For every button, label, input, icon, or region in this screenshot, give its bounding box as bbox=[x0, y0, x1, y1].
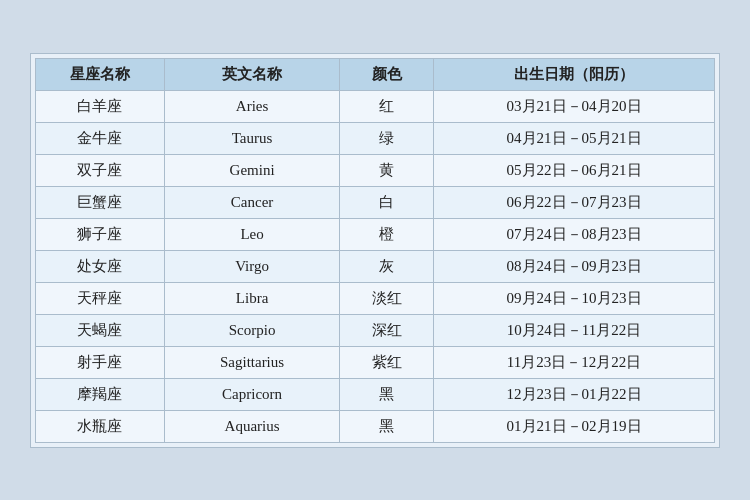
cell-date: 08月24日－09月23日 bbox=[434, 250, 715, 282]
cell-zh: 双子座 bbox=[36, 154, 165, 186]
table-row: 摩羯座Capricorn黑12月23日－01月22日 bbox=[36, 378, 715, 410]
cell-color: 深红 bbox=[340, 314, 434, 346]
cell-date: 07月24日－08月23日 bbox=[434, 218, 715, 250]
table-row: 天秤座Libra淡红09月24日－10月23日 bbox=[36, 282, 715, 314]
table-row: 双子座Gemini黄05月22日－06月21日 bbox=[36, 154, 715, 186]
table-header-row: 星座名称 英文名称 颜色 出生日期（阳历） bbox=[36, 58, 715, 90]
cell-zh: 巨蟹座 bbox=[36, 186, 165, 218]
cell-color: 黑 bbox=[340, 410, 434, 442]
cell-en: Aries bbox=[164, 90, 340, 122]
header-date: 出生日期（阳历） bbox=[434, 58, 715, 90]
header-en: 英文名称 bbox=[164, 58, 340, 90]
cell-date: 09月24日－10月23日 bbox=[434, 282, 715, 314]
header-zh: 星座名称 bbox=[36, 58, 165, 90]
header-color: 颜色 bbox=[340, 58, 434, 90]
table-row: 天蝎座Scorpio深红10月24日－11月22日 bbox=[36, 314, 715, 346]
cell-en: Capricorn bbox=[164, 378, 340, 410]
table-row: 处女座Virgo灰08月24日－09月23日 bbox=[36, 250, 715, 282]
table-row: 狮子座Leo橙07月24日－08月23日 bbox=[36, 218, 715, 250]
cell-color: 绿 bbox=[340, 122, 434, 154]
cell-color: 淡红 bbox=[340, 282, 434, 314]
cell-en: Leo bbox=[164, 218, 340, 250]
table-row: 水瓶座Aquarius黑01月21日－02月19日 bbox=[36, 410, 715, 442]
cell-zh: 白羊座 bbox=[36, 90, 165, 122]
zodiac-table: 星座名称 英文名称 颜色 出生日期（阳历） 白羊座Aries红03月21日－04… bbox=[35, 58, 715, 443]
cell-date: 05月22日－06月21日 bbox=[434, 154, 715, 186]
cell-date: 12月23日－01月22日 bbox=[434, 378, 715, 410]
table-row: 巨蟹座Cancer白06月22日－07月23日 bbox=[36, 186, 715, 218]
cell-color: 黑 bbox=[340, 378, 434, 410]
table-row: 白羊座Aries红03月21日－04月20日 bbox=[36, 90, 715, 122]
cell-color: 紫红 bbox=[340, 346, 434, 378]
cell-date: 10月24日－11月22日 bbox=[434, 314, 715, 346]
cell-zh: 金牛座 bbox=[36, 122, 165, 154]
cell-date: 04月21日－05月21日 bbox=[434, 122, 715, 154]
cell-date: 06月22日－07月23日 bbox=[434, 186, 715, 218]
cell-en: Gemini bbox=[164, 154, 340, 186]
cell-date: 03月21日－04月20日 bbox=[434, 90, 715, 122]
cell-zh: 处女座 bbox=[36, 250, 165, 282]
cell-color: 灰 bbox=[340, 250, 434, 282]
cell-date: 01月21日－02月19日 bbox=[434, 410, 715, 442]
cell-en: Aquarius bbox=[164, 410, 340, 442]
cell-zh: 摩羯座 bbox=[36, 378, 165, 410]
cell-color: 白 bbox=[340, 186, 434, 218]
cell-zh: 狮子座 bbox=[36, 218, 165, 250]
cell-en: Scorpio bbox=[164, 314, 340, 346]
cell-en: Virgo bbox=[164, 250, 340, 282]
cell-date: 11月23日－12月22日 bbox=[434, 346, 715, 378]
cell-en: Cancer bbox=[164, 186, 340, 218]
zodiac-table-container: 星座名称 英文名称 颜色 出生日期（阳历） 白羊座Aries红03月21日－04… bbox=[30, 53, 720, 448]
cell-color: 红 bbox=[340, 90, 434, 122]
cell-color: 橙 bbox=[340, 218, 434, 250]
cell-en: Sagittarius bbox=[164, 346, 340, 378]
table-row: 射手座Sagittarius紫红11月23日－12月22日 bbox=[36, 346, 715, 378]
cell-zh: 天秤座 bbox=[36, 282, 165, 314]
cell-zh: 射手座 bbox=[36, 346, 165, 378]
cell-en: Libra bbox=[164, 282, 340, 314]
cell-zh: 水瓶座 bbox=[36, 410, 165, 442]
cell-zh: 天蝎座 bbox=[36, 314, 165, 346]
cell-color: 黄 bbox=[340, 154, 434, 186]
table-row: 金牛座Taurus绿04月21日－05月21日 bbox=[36, 122, 715, 154]
cell-en: Taurus bbox=[164, 122, 340, 154]
